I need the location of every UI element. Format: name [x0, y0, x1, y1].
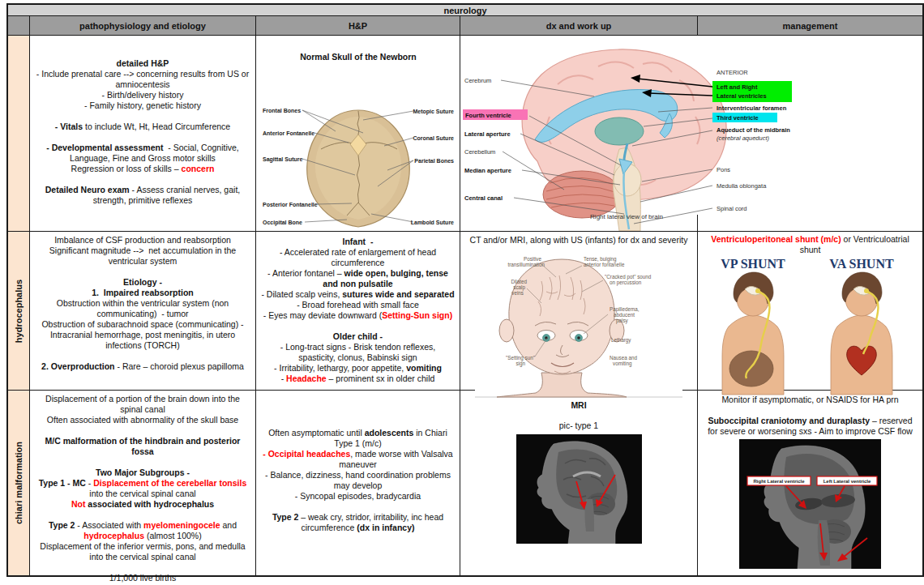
- label-cerebrum: Cerebrum: [464, 77, 491, 84]
- label-cerebral-aqueduct: (cerebral aqueduct): [717, 135, 770, 142]
- cerebellum-shape: [543, 171, 621, 218]
- cell-text: Monitor if asymptomatic, or NSAIDS for H…: [698, 391, 922, 437]
- column-header-management-label: management: [783, 21, 838, 31]
- brain-caption: Right lateral view of brain: [590, 213, 663, 220]
- row-header-hydrocephalus-label: hydrocephalus: [14, 279, 24, 342]
- cell-general-pathophysiology: detailed H&P- Include prenatal care --> …: [30, 36, 256, 232]
- cell-hydrocephalus-management: Ventriculoperitoneal shunt (m/c) or Vent…: [698, 232, 922, 391]
- label-sagittal-suture: Sagittal Suture: [263, 156, 303, 163]
- column-header-hp-label: H&P: [349, 21, 367, 31]
- column-header-pathophysiology: pathophysiology and etiology: [30, 16, 256, 36]
- label-right-lateral-ventricle: Right Lateral ventricle: [753, 479, 805, 484]
- label-nausea: Nausea and: [610, 355, 637, 361]
- cell-chiari-pathophysiology: Displacement of a portion of the brain d…: [30, 391, 256, 575]
- row-header-chiari-label: chiari malformation: [14, 442, 24, 524]
- partial-column-divider: [697, 215, 698, 231]
- column-header-hp: H&P: [256, 16, 460, 36]
- column-header-pathophysiology-label: pathophysiology and etiology: [79, 21, 206, 31]
- cell-text: Displacement of a portion of the brain d…: [35, 394, 250, 583]
- label-lateral-ventricles-2: Lateral ventricles: [717, 92, 767, 100]
- label-coronal-suture: Coronal Suture: [413, 135, 454, 141]
- column-header-dx-label: dx and work up: [546, 21, 612, 31]
- cell-chiari-hp: Often asymptomatic until adolescents in …: [256, 391, 460, 575]
- va-shunt-child-figure: [831, 272, 892, 395]
- cell-text: detailed H&P- Include prenatal care --> …: [35, 58, 250, 206]
- vp-shunt-child-figure: [722, 272, 784, 395]
- neurology-study-sheet: neurology pathophysiology and etiology H…: [0, 0, 924, 585]
- label-dilated-veins: Dilated: [511, 279, 527, 284]
- mri-subtitle: pic- type 1: [460, 411, 697, 434]
- dx-title: CT and/or MRI, along with US (infants) f…: [460, 232, 697, 246]
- cell-hydrocephalus-dx: CT and/or MRI, along with US (infants) f…: [460, 232, 698, 391]
- column-header-blank: [8, 16, 30, 36]
- label-metopic-suture: Metopic Suture: [413, 109, 454, 115]
- row-header-chiari: chiari malformation: [8, 391, 30, 575]
- label-anterior: ANTERIOR: [717, 69, 748, 76]
- skull-shape: [307, 110, 410, 227]
- label-pons: Pons: [717, 166, 730, 173]
- vp-va-shunt-diagram: VP SHUNT VA SHUNT: [698, 255, 922, 399]
- svg-text:vomiting: vomiting: [613, 361, 632, 367]
- newborn-skull-diagram: Normal Skull of the Newborn: [256, 36, 460, 231]
- label-parietal-bones: Parietal Bones: [414, 158, 454, 164]
- hydrocephalus-infant-diagram: Positive transillumination Tense, bulgin…: [460, 245, 697, 410]
- cell-hydrocephalus-pathophysiology: Imbalance of CSF production and reabsorp…: [30, 232, 256, 391]
- label-left-lateral-ventricle: Left Lateral ventricle: [823, 479, 871, 484]
- label-lethargy: Lethargy: [611, 337, 631, 344]
- svg-text:on percussion: on percussion: [610, 280, 642, 286]
- svg-text:transillumination: transillumination: [508, 262, 545, 267]
- label-fourth-ventricle: Fourth ventricle: [465, 112, 511, 119]
- cell-text: Imbalance of CSF production and reabsorp…: [35, 235, 250, 372]
- brain-ventricles-diagram: Cerebrum Fourth ventricle Lateral apertu…: [460, 36, 922, 231]
- neurology-table: neurology pathophysiology and etiology H…: [6, 3, 924, 577]
- label-posterior-fontanelle: Posterior Fontanelle: [263, 202, 318, 207]
- cell-general-hp: Normal Skull of the Newborn: [256, 36, 460, 232]
- column-header-dx: dx and work up: [460, 16, 698, 36]
- table-title-bar: neurology: [8, 5, 922, 16]
- svg-text:abducent: abducent: [614, 312, 635, 318]
- label-central-canal: Central canal: [464, 194, 503, 202]
- row-header-hydrocephalus: hydrocephalus: [8, 232, 30, 391]
- cell-hydrocephalus-hp: Infant -- Accelerated rate of enlargemen…: [256, 232, 460, 391]
- label-lambold-suture: Lambold Suture: [411, 220, 454, 225]
- cell-text: Infant -- Accelerated rate of enlargemen…: [261, 237, 455, 384]
- label-cerebellum: Cerebellum: [464, 148, 495, 156]
- peritoneal-cavity: [729, 351, 773, 386]
- label-spinal-cord: Spinal cord: [717, 205, 747, 212]
- cell-general-dx-management: Cerebrum Fourth ventricle Lateral apertu…: [460, 36, 922, 232]
- row-header-general: [8, 36, 30, 232]
- svg-text:palsy: palsy: [616, 318, 629, 324]
- cell-chiari-dx: MRI pic- type 1: [460, 391, 698, 575]
- label-lateral-ventricles-1: Left and Right: [717, 83, 758, 91]
- label-medulla: Medulla oblongata: [717, 182, 767, 190]
- chiari-postop-mri-image: Right Lateral ventricle Left Lateral ven…: [739, 439, 881, 569]
- column-header-management: management: [698, 16, 922, 36]
- label-anterior-fontanelle: Anterior Fontanelle: [263, 130, 314, 136]
- chiari-mri-image: [516, 434, 642, 544]
- label-median-aperture: Median aperture: [464, 167, 511, 174]
- brain-shape: [522, 49, 726, 231]
- label-aqueduct: Aqueduct of the midbrain: [717, 126, 790, 134]
- label-frontal-bones: Frontal Bones: [263, 108, 301, 113]
- svg-text:sign: sign: [515, 361, 525, 367]
- table-title: neurology: [443, 6, 486, 15]
- svg-text:anterior fontanelle: anterior fontanelle: [584, 262, 625, 267]
- label-lateral-aperture: Lateral aperture: [464, 130, 511, 138]
- svg-text:veins: veins: [511, 290, 524, 296]
- label-third-ventricle: Third ventricle: [717, 114, 759, 122]
- label-interventricular-foramen: Interventricular foramen: [717, 105, 787, 112]
- cell-chiari-management: Monitor if asymptomatic, or NSAIDS for H…: [698, 391, 922, 575]
- cell-text: Often asymptomatic until adolescents in …: [261, 428, 455, 533]
- management-title: Ventriculoperitoneal shunt (m/c) or Vent…: [698, 232, 922, 255]
- va-shunt-heading: VA SHUNT: [829, 257, 894, 271]
- label-transillumination: Positive: [524, 256, 542, 262]
- vp-shunt-heading: VP SHUNT: [721, 257, 785, 271]
- label-occipital-bone: Occipital Bone: [263, 220, 302, 226]
- skull-title: Normal Skull of the Newborn: [300, 52, 417, 62]
